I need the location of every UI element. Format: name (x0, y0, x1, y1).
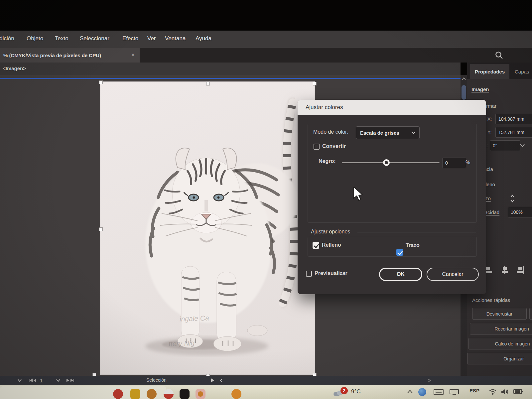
dialog-title: Ajustar colores (306, 104, 343, 111)
black-slider-track[interactable] (342, 162, 440, 163)
zoom-dropdown-icon[interactable] (17, 379, 22, 382)
object-type-label: Imagen (471, 86, 489, 92)
display-tray-icon[interactable] (450, 389, 459, 395)
dialog-title-bar[interactable]: Ajustar colores (298, 100, 486, 115)
taskbar-light-region (0, 386, 166, 399)
keyboard-tray-icon[interactable] (434, 389, 444, 395)
breadcrumb: <Imagen> (3, 66, 26, 71)
stroke-stepper-icon[interactable] (510, 194, 515, 203)
extra-action-button[interactable] (529, 308, 532, 320)
battery-icon[interactable] (513, 389, 523, 394)
mouse-cursor (353, 187, 364, 201)
x-label: X: (487, 116, 492, 122)
app-icon-1[interactable] (113, 389, 123, 399)
fill-checkbox[interactable] (313, 242, 319, 249)
close-tab-icon[interactable]: × (130, 52, 136, 58)
x-value-field[interactable]: 104.987 mm (495, 114, 532, 124)
align-right-icon[interactable] (515, 265, 525, 275)
selection-handle-bottom-left[interactable] (92, 373, 96, 376)
selection-handle-top-right[interactable] (313, 82, 317, 85)
menu-edicion[interactable]: Edición (0, 35, 14, 42)
adjust-options-header: Ajustar opciones (311, 229, 350, 235)
color-mode-label: Modo de color: (313, 129, 348, 135)
arrange-button[interactable]: Organizar (467, 353, 532, 364)
black-label: Negro: (319, 158, 336, 164)
convert-checkbox[interactable] (314, 144, 320, 150)
current-tool-label: Selección (146, 377, 167, 383)
menu-seleccionar[interactable]: Seleccionar (80, 35, 109, 42)
selection-handle-top-center[interactable] (206, 82, 210, 85)
menu-texto[interactable]: Texto (55, 35, 68, 42)
document-tab-bar: % (CMYK/Vista previa de píxeles de CPU) … (0, 48, 532, 63)
crop-image-button[interactable]: Recortar imagen (470, 323, 532, 334)
opacity-field[interactable]: 100% (508, 207, 532, 217)
app-icon-5[interactable] (180, 389, 190, 399)
convert-label: Convertir (322, 143, 346, 149)
windows-taskbar: 2 9°C ESP (0, 385, 532, 399)
watermark-text: ttery Nig (169, 339, 195, 348)
artboard-tiger-image[interactable]: ingale Ca ttery Nig (100, 82, 315, 374)
menu-efecto[interactable]: Efecto (122, 35, 138, 42)
ok-button[interactable]: OK (379, 268, 422, 281)
menu-objeto[interactable]: Objeto (27, 35, 43, 42)
menu-ayuda[interactable]: Ayuda (196, 35, 211, 42)
chevron-down-icon[interactable] (520, 144, 525, 147)
app-icon-3[interactable] (147, 389, 157, 399)
artboard-number: 1 (40, 378, 43, 383)
black-unit: % (466, 160, 470, 166)
align-center-icon[interactable] (500, 265, 510, 275)
angle-field[interactable]: 0° (490, 140, 520, 151)
app-icon-2[interactable] (130, 389, 140, 399)
menu-ventana[interactable]: Ventana (165, 35, 186, 42)
tab-propiedades[interactable]: Propiedades (470, 64, 509, 79)
document-tab[interactable]: % (CMYK/Vista previa de píxeles de CPU) … (0, 48, 140, 63)
photographed-screen: Edición Objeto Texto Seleccionar Efecto … (0, 0, 532, 399)
wifi-icon[interactable] (489, 389, 497, 395)
black-value-field[interactable]: 0 (442, 158, 466, 168)
y-value-field[interactable]: 152.781 mm (495, 127, 532, 138)
status-bar: 1 Selección (0, 376, 532, 385)
language-indicator[interactable]: ESP (469, 388, 479, 393)
document-tab-title: % (CMYK/Vista previa de píxeles de CPU) (3, 53, 101, 58)
stroke-checkbox[interactable] (396, 249, 403, 256)
adjust-colors-dialog: Ajustar colores Modo de color: Escala de… (298, 100, 486, 294)
cancel-button[interactable]: Cancelar (427, 268, 479, 281)
speaker-icon[interactable] (501, 388, 509, 395)
watermark-text: ingale Ca (180, 314, 209, 323)
breadcrumb-bar: <Imagen> (0, 63, 461, 75)
image-trace-button[interactable]: Calco de imagen (468, 338, 532, 349)
app-icon-7[interactable] (231, 389, 241, 399)
chevron-down-icon (411, 131, 416, 134)
selection-handle-top-left[interactable] (99, 80, 103, 84)
artboard-dropdown-icon[interactable] (56, 379, 61, 382)
scroll-up-icon (462, 77, 466, 80)
browser-tray-icon[interactable] (418, 388, 426, 396)
search-icon[interactable] (494, 50, 504, 60)
first-page-icon[interactable] (28, 378, 37, 382)
weather-temp[interactable]: 9°C (351, 388, 361, 395)
selection-handle-bottom-center[interactable] (206, 374, 210, 376)
play-icon[interactable] (210, 378, 214, 383)
menu-bar: Edición Objeto Texto Seleccionar Efecto … (0, 31, 532, 48)
app-icon-4[interactable] (164, 389, 174, 399)
color-mode-dropdown[interactable]: Escala de grises (356, 126, 420, 139)
preview-checkbox[interactable] (306, 271, 312, 277)
tray-expand-icon[interactable] (407, 390, 413, 394)
divider (357, 232, 476, 232)
menu-ver[interactable]: Ver (147, 35, 156, 42)
tiger-drawing (100, 82, 315, 374)
selection-handle-bottom-right[interactable] (313, 373, 317, 376)
selection-handle-mid-left[interactable] (99, 227, 103, 231)
app-icon-6[interactable] (196, 389, 205, 399)
fill-label: Relleno (322, 242, 341, 248)
notification-badge: 2 (340, 387, 348, 394)
next-page-icon[interactable] (66, 378, 76, 382)
collapse-icon[interactable] (219, 378, 223, 383)
scrollbar-thumb[interactable] (462, 85, 466, 100)
black-slider-knob[interactable] (383, 159, 390, 166)
expand-icon[interactable] (428, 378, 431, 383)
color-mode-value: Escala de grises (360, 130, 399, 136)
quick-actions-header: Acciones rápidas (472, 297, 510, 303)
tab-capas[interactable]: Capas (512, 64, 532, 79)
unembed-button[interactable]: Desincrustar (472, 308, 527, 320)
